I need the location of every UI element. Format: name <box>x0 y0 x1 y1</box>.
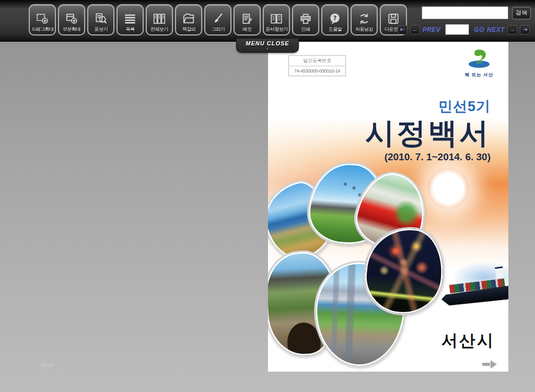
memo-icon <box>240 12 254 26</box>
top-toolbar: 드래그확대 부분확대 돋보기 목록 <box>0 0 535 42</box>
auto-flip-label: 자동넘김 <box>355 26 373 32</box>
prev-arrow-head <box>40 362 45 369</box>
menu-close-label: MENU CLOSE <box>237 40 298 46</box>
print-button[interactable]: 인쇄 <box>292 4 319 35</box>
document-view-label: 문서형보기 <box>265 26 288 32</box>
partial-zoom-button[interactable]: 부분확대 <box>58 4 85 35</box>
collapse-up-icon: ▲ <box>237 46 298 50</box>
auto-flip-icon <box>357 12 371 26</box>
magnifier-button[interactable]: 돋보기 <box>87 4 114 35</box>
document-page[interactable]: 발간등록번호 74-4530000-000010-14 해 뜨는 서산 민선5기… <box>268 42 508 372</box>
cover-period: (2010. 7. 1~2014. 6. 30) <box>365 151 491 163</box>
magnifier-label: 돋보기 <box>94 26 108 32</box>
sun-graphic <box>428 168 469 209</box>
first-page-button[interactable]: ⇤ <box>398 25 408 34</box>
bookmark-button[interactable]: 책갈피 <box>175 4 202 35</box>
page-number-input[interactable] <box>445 24 469 35</box>
list-label: 목록 <box>125 26 134 32</box>
ebook-viewer: { "toolbar": { "buttons": [ { "label": "… <box>0 0 535 392</box>
publisher-name: 서산시 <box>441 330 495 352</box>
toolbar-button-group: 드래그확대 부분확대 돋보기 목록 <box>29 4 407 35</box>
next-label: NEXT <box>487 26 505 33</box>
drag-zoom-icon <box>36 12 49 26</box>
list-icon <box>123 12 137 26</box>
next-page-arrow[interactable] <box>482 360 497 369</box>
search-area: 검색 <box>422 6 531 19</box>
print-label: 인쇄 <box>301 26 310 32</box>
prev-page-button[interactable]: ← <box>410 25 420 34</box>
document-view-icon <box>270 12 283 26</box>
seosan-logo-icon <box>465 62 493 71</box>
help-button[interactable]: ? 도움말 <box>321 4 348 35</box>
magnifier-icon <box>94 12 108 26</box>
cover-title: 시정백서 <box>365 117 491 149</box>
memo-label: 메모 <box>242 26 251 32</box>
print-icon <box>299 12 312 26</box>
prev-page-arrow[interactable] <box>40 362 53 369</box>
next-page-button[interactable]: → <box>507 25 517 34</box>
term-label: 민선5기 <box>365 97 491 116</box>
search-input[interactable] <box>422 6 508 19</box>
logo-caption: 해 뜨는 서산 <box>463 72 495 78</box>
pager-controls: ⇤ ← PREV GO NEXT → ⇥ <box>398 24 530 35</box>
list-button[interactable]: 목록 <box>117 4 144 35</box>
go-label[interactable]: GO <box>474 26 484 33</box>
drag-zoom-button[interactable]: 드래그확대 <box>29 4 56 35</box>
bookmark-label: 책갈피 <box>182 26 195 32</box>
thumbnails-button[interactable]: 전체보기 <box>146 4 173 35</box>
draw-button[interactable]: 그리기 <box>204 4 231 35</box>
last-page-button[interactable]: ⇥ <box>520 25 530 34</box>
registration-number-box: 발간등록번호 74-4530000-000010-14 <box>288 55 346 76</box>
partial-zoom-label: 부분확대 <box>63 26 80 32</box>
seosan-city-logo: 해 뜨는 서산 <box>463 49 495 78</box>
help-label: 도움말 <box>328 26 342 32</box>
container-ship-photo <box>436 258 508 321</box>
menu-close-tab[interactable]: MENU CLOSE ▲ <box>236 39 299 53</box>
title-block: 민선5기 시정백서 (2010. 7. 1~2014. 6. 30) <box>365 97 491 163</box>
next-arrow-head <box>491 360 497 369</box>
registration-number-header: 발간등록번호 <box>289 56 345 66</box>
prev-label: PREV <box>423 26 441 33</box>
drag-zoom-label: 드래그확대 <box>31 26 54 32</box>
prev-arrow-stem <box>46 364 53 367</box>
bookmark-icon <box>182 12 195 26</box>
thumbnails-icon <box>153 12 166 26</box>
svg-text:?: ? <box>333 15 337 22</box>
memo-button[interactable]: 메모 <box>234 4 261 35</box>
thumbnails-label: 전체보기 <box>150 26 168 32</box>
next-arrow-stem <box>482 363 490 366</box>
draw-label: 그리기 <box>211 26 225 32</box>
document-view-button[interactable]: 문서형보기 <box>263 4 290 35</box>
search-button[interactable]: 검색 <box>512 7 531 19</box>
draw-icon <box>211 12 225 26</box>
registration-number-value: 74-4530000-000010-14 <box>289 66 345 76</box>
help-icon: ? <box>328 12 342 26</box>
auto-flip-button[interactable]: 자동넘김 <box>351 4 378 35</box>
ship-bridge <box>495 266 504 279</box>
partial-zoom-icon <box>65 12 78 26</box>
